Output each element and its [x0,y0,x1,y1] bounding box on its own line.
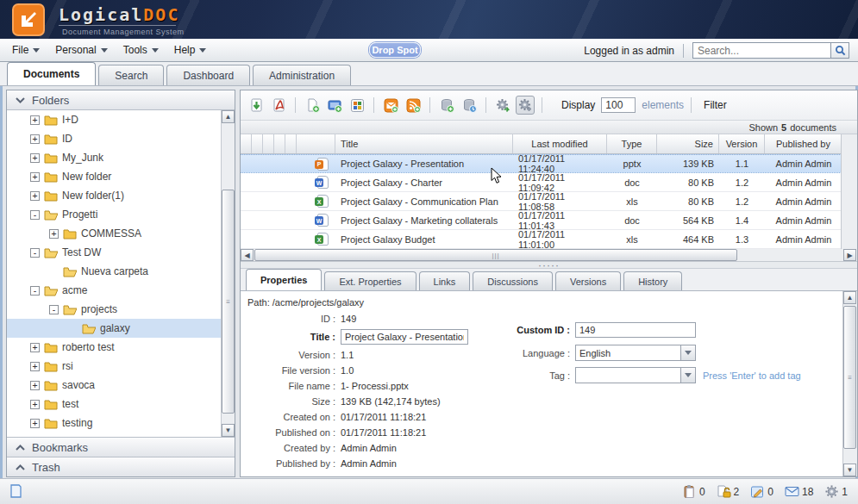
scrollbar-thumb[interactable] [843,306,856,449]
tab-search[interactable]: Search [98,65,164,85]
expand-icon[interactable] [30,381,40,390]
tree-item-folder[interactable]: roberto test [7,338,221,357]
collapse-icon[interactable] [30,286,40,296]
expand-icon[interactable] [49,229,59,239]
scroll-down-icon[interactable]: ▼ [843,464,856,476]
export-pdf-icon[interactable] [269,96,288,115]
tree-item-folder[interactable]: Progetti [7,205,221,224]
add-workflow-icon[interactable] [516,96,535,115]
tab-properties[interactable]: Properties [246,269,322,290]
trash-section-header[interactable]: Trash [7,457,235,476]
locked-docs-status[interactable]: 0 [750,484,773,499]
column-header-published-by[interactable]: Published by [765,134,842,153]
import-office-icon[interactable] [348,96,366,115]
tree-item-folder[interactable]: COMMESSA [7,224,221,243]
scroll-left-icon[interactable]: ◀ [241,249,254,261]
scroll-up-icon[interactable]: ▲ [843,291,856,304]
expand-icon[interactable] [30,191,40,201]
column-header-title[interactable]: Title [335,134,513,153]
collapse-icon[interactable] [30,248,40,258]
document-row[interactable]: W Project Galaxy - Marketing collaterals… [241,211,857,230]
tab-discussions[interactable]: Discussions [473,271,553,290]
grid-vertical-scrollbar-track[interactable] [841,134,857,249]
filter-button[interactable]: Filter [704,99,727,111]
document-row[interactable]: X Project Galaxy - Communication Plan 01… [241,192,857,211]
expand-icon[interactable] [30,362,40,371]
column-header-size[interactable]: Size [657,134,719,153]
tab-history[interactable]: History [623,271,682,290]
tab-administration[interactable]: Administration [253,65,351,85]
scrollbar-thumb[interactable] [254,249,737,261]
display-count-input[interactable] [601,97,636,113]
grid-header-indicator-column[interactable] [274,134,285,153]
document-row[interactable]: W Project Galaxy - Charter 01/17/2011 11… [241,173,857,192]
custom-id-input[interactable] [575,322,696,338]
expand-icon[interactable] [30,153,40,163]
scroll-up-icon[interactable]: ▲ [222,110,235,123]
grid-header-icon-column[interactable] [297,134,335,153]
grid-horizontal-scrollbar[interactable]: ◀ ▶ [241,249,857,262]
messages-status[interactable]: 18 [785,484,813,499]
workflow-tasks-status[interactable]: 1 [824,484,848,499]
tree-scrollbar[interactable]: ▲ ▼ [221,110,235,437]
collapse-icon[interactable] [30,210,40,220]
clipboard-status[interactable]: 0 [682,484,705,499]
start-workflow-icon[interactable] [493,96,512,115]
chevron-down-icon[interactable] [680,368,695,383]
expand-icon[interactable] [30,419,40,428]
grid-header-indicator-column[interactable] [285,134,297,153]
menu-personal[interactable]: Personal [47,39,115,61]
tab-ext-properties[interactable]: Ext. Properties [324,271,416,290]
menu-help[interactable]: Help [166,39,215,61]
menu-tools[interactable]: Tools [116,39,166,61]
grid-header-indicator-column[interactable] [252,134,263,153]
title-input[interactable] [341,329,468,345]
tree-item-folder[interactable]: ID [7,129,221,148]
tree-item-folder[interactable]: New folder [7,167,221,186]
bookmarks-section-header[interactable]: Bookmarks [7,437,235,457]
tree-item-folder[interactable]: I+D [7,110,221,129]
tag-combobox[interactable] [575,367,696,383]
checked-out-status[interactable]: 2 [717,484,740,499]
download-icon[interactable] [247,96,266,115]
tab-links[interactable]: Links [419,271,471,290]
column-header-type[interactable]: Type [607,134,657,153]
tree-item-folder[interactable]: acme [7,281,221,300]
document-row[interactable]: X Project Galaxy Budget 01/17/2011 11:01… [241,230,857,249]
column-header-version[interactable]: Version [719,134,765,153]
search-input[interactable] [692,42,830,59]
add-archive-icon[interactable] [437,96,456,115]
grid-header-indicator-column[interactable] [241,134,252,153]
email-subscribe-icon[interactable] [381,96,400,115]
expand-icon[interactable] [30,400,40,409]
scheduled-archive-icon[interactable] [460,96,479,115]
drop-spot-button[interactable]: Drop Spot [369,42,421,58]
grid-header-indicator-column[interactable] [263,134,274,153]
tree-item-folder[interactable]: testing [7,414,221,432]
tab-documents[interactable]: Documents [7,62,96,85]
properties-scrollbar[interactable]: ▲ ▼ [842,291,857,476]
add-document-icon[interactable] [303,96,322,115]
chevron-down-icon[interactable] [680,345,695,360]
scroll-down-icon[interactable]: ▼ [222,424,235,437]
tree-item-folder[interactable]: Nueva carpeta [7,262,221,281]
menu-file[interactable]: File [0,39,47,61]
expand-icon[interactable] [30,172,40,182]
rss-feed-icon[interactable] [404,96,423,115]
tree-item-folder[interactable]: savoca [7,376,221,395]
language-select[interactable]: English [575,345,696,361]
panel-splitter-handle[interactable] [241,262,857,269]
scrollbar-thumb[interactable] [222,190,235,414]
tree-item-folder[interactable]: test [7,395,221,414]
folders-section-header[interactable]: Folders [7,90,235,110]
tab-versions[interactable]: Versions [555,271,621,290]
tree-item-folder[interactable]: New folder(1) [7,186,221,205]
tree-item-folder[interactable]: Test DW [7,243,221,262]
tree-item-folder[interactable]: My_Junk [7,148,221,167]
collapse-icon[interactable] [49,305,59,314]
column-header-last-modified[interactable]: Last modified [513,134,607,153]
expand-icon[interactable] [30,343,40,352]
tab-dashboard[interactable]: Dashboard [166,65,250,85]
scroll-right-icon[interactable]: ▶ [843,249,856,261]
tree-item-folder[interactable]: projects [7,300,221,319]
